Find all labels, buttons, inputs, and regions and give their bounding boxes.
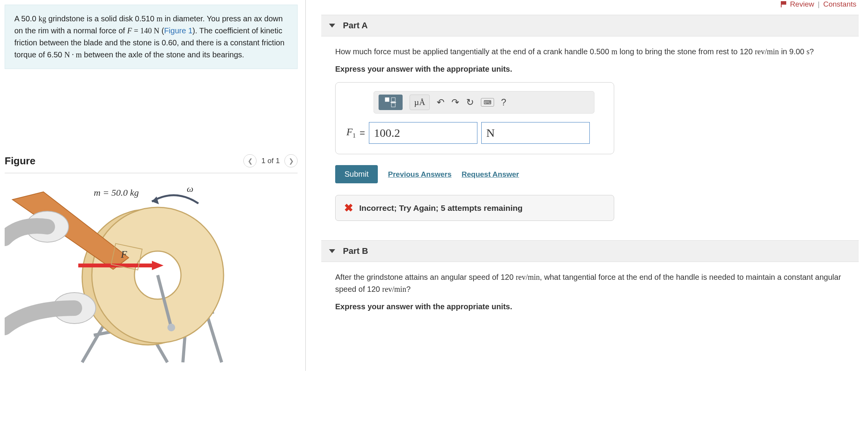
part-a-question: How much force must be applied tangentia… xyxy=(335,46,856,58)
redo-icon[interactable]: ↷ xyxy=(451,97,459,108)
answer-value-input[interactable] xyxy=(369,122,477,144)
unit-N: N xyxy=(154,26,159,35)
unit-m: m xyxy=(157,14,163,23)
answer-label: F1 xyxy=(346,126,356,139)
keyboard-icon[interactable]: ⌨ xyxy=(481,98,494,107)
answer-unit-input[interactable] xyxy=(481,122,590,144)
left-column: A 50.0 kg grindstone is a solid disk 0.5… xyxy=(0,0,302,371)
caret-down-icon xyxy=(329,24,335,28)
figure-header: Figure ❮ 1 of 1 ❯ xyxy=(5,154,298,173)
svg-point-10 xyxy=(167,324,175,331)
unit-revmin: rev/min xyxy=(382,285,406,293)
unit-revmin: rev/min xyxy=(516,273,540,281)
right-column: Review | Constants Part A How much force… xyxy=(305,0,868,371)
figure-link[interactable]: Figure 1 xyxy=(164,26,192,35)
svg-rect-17 xyxy=(385,98,389,102)
problem-statement: A 50.0 kg grindstone is a solid disk 0.5… xyxy=(5,5,298,69)
figure-section: Figure ❮ 1 of 1 ❯ xyxy=(5,154,298,366)
flag-icon xyxy=(781,1,786,7)
force-label: F xyxy=(121,249,127,260)
request-answer-link[interactable]: Request Answer xyxy=(462,170,519,179)
review-link[interactable]: Review xyxy=(790,0,814,8)
separator: | xyxy=(818,0,820,8)
q-text: After the grindstone attains an angular … xyxy=(335,273,516,281)
figure-counter: 1 of 1 xyxy=(261,157,280,165)
incorrect-icon: ✖ xyxy=(344,202,353,214)
part-a-instruction: Express your answer with the appropriate… xyxy=(335,65,856,74)
problem-text: = 140 xyxy=(132,26,153,35)
feedback-text: Incorrect; Try Again; 5 attempts remaini… xyxy=(359,203,523,213)
answer-subscript: 1 xyxy=(353,133,356,139)
svg-rect-19 xyxy=(391,103,395,107)
part-b-question: After the grindstone attains an angular … xyxy=(335,271,856,295)
top-links: Review | Constants xyxy=(321,0,859,15)
previous-answers-link[interactable]: Previous Answers xyxy=(388,170,451,179)
part-b-body: After the grindstone attains an angular … xyxy=(321,271,859,311)
problem-text: grindstone is a solid disk 0.510 xyxy=(46,14,157,23)
answer-equals: = xyxy=(360,127,365,138)
unit-revmin: rev/min xyxy=(755,47,779,56)
omega-label: ω xyxy=(187,184,193,194)
part-a-body: How much force must be applied tangentia… xyxy=(321,46,859,221)
answer-symbol: F xyxy=(346,126,353,138)
part-a-title: Part A xyxy=(343,21,368,31)
units-tool-icon[interactable]: µÅ xyxy=(410,95,430,110)
answer-row: F1 = xyxy=(346,122,603,144)
fraction-tool-icon[interactable] xyxy=(379,95,403,110)
figure-image: m = 50.0 kg F ω xyxy=(5,180,253,366)
help-icon[interactable]: ? xyxy=(501,97,506,108)
var-F: F xyxy=(127,26,132,35)
unit-s: s xyxy=(806,47,809,56)
figure-next-button[interactable]: ❯ xyxy=(284,154,298,167)
problem-text: between the axle of the stone and its be… xyxy=(82,50,244,59)
q-text: in 9.00 xyxy=(779,47,806,56)
undo-icon[interactable]: ↶ xyxy=(437,97,444,108)
problem-text: ( xyxy=(159,26,164,35)
part-a-header[interactable]: Part A xyxy=(321,15,859,36)
figure-prev-button[interactable]: ❮ xyxy=(243,154,257,167)
part-b-instruction: Express your answer with the appropriate… xyxy=(335,302,856,311)
q-text: long to bring the stone from rest to 120 xyxy=(617,47,755,56)
svg-rect-18 xyxy=(391,98,395,102)
problem-text: A 50.0 xyxy=(14,14,38,23)
answer-toolbar: µÅ ↶ ↷ ↻ ⌨ ? xyxy=(374,91,594,114)
mass-label: m = 50.0 kg xyxy=(94,188,139,198)
feedback-box: ✖ Incorrect; Try Again; 5 attempts remai… xyxy=(335,195,614,221)
figure-nav: ❮ 1 of 1 ❯ xyxy=(243,154,298,167)
answer-box: µÅ ↶ ↷ ↻ ⌨ ? F1 = xyxy=(335,82,614,154)
unit-Nm: N · m xyxy=(64,50,82,59)
caret-down-icon xyxy=(329,249,335,253)
actions-row: Submit Previous Answers Request Answer xyxy=(335,165,856,183)
unit-kg: kg xyxy=(38,14,46,23)
unit-m: m xyxy=(611,47,618,56)
q-text: How much force must be applied tangentia… xyxy=(335,47,611,56)
figure-title: Figure xyxy=(5,155,35,167)
reset-icon[interactable]: ↻ xyxy=(466,97,474,108)
constants-link[interactable]: Constants xyxy=(823,0,856,8)
part-b-header[interactable]: Part B xyxy=(321,240,859,262)
q-text: ? xyxy=(809,47,814,56)
submit-button[interactable]: Submit xyxy=(335,165,378,183)
q-text: ? xyxy=(406,285,410,293)
part-b-title: Part B xyxy=(343,246,368,256)
